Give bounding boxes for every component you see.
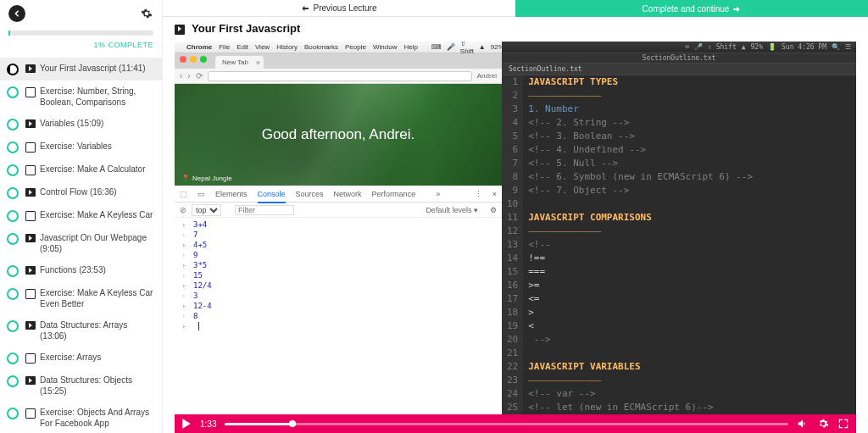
devtools-tab-elements[interactable]: Elements (215, 186, 248, 202)
console-line: 3 (175, 291, 502, 301)
complete-continue-button[interactable]: Complete and continue 🠚 (515, 0, 868, 17)
editor-tab[interactable]: SectionOutline.txt (509, 65, 582, 73)
arrow-left-icon: 🠘 (301, 3, 309, 13)
context-select[interactable]: top (192, 204, 221, 216)
lecture-item[interactable]: Exercise: Objects And Arrays For Faceboo… (0, 402, 162, 433)
close-window-icon (180, 56, 186, 63)
lecture-item[interactable]: Data Structures: Arrays (13:06) (0, 314, 162, 347)
console-settings-icon[interactable]: ⚙ (490, 206, 497, 214)
lecture-item[interactable]: Exercise: Make A Calculator (0, 158, 162, 181)
mic-icon: 🎤 (694, 43, 703, 51)
devtools-close-icon[interactable]: × (492, 190, 497, 198)
lecture-item[interactable]: Exercise: Variables (0, 136, 162, 158)
lecture-title: Control Flow (16:36) (40, 186, 155, 197)
close-tab-icon[interactable]: × (256, 58, 260, 67)
device-icon[interactable]: ▭ (198, 190, 205, 198)
devtools-tab-performance[interactable]: Performance (372, 186, 416, 202)
address-bar[interactable] (208, 71, 472, 81)
lecture-title: Exercise: Make A Calculator (40, 164, 155, 175)
console-line: 9 (175, 250, 502, 260)
lecture-item[interactable]: Exercise: Make A Keyless Car (0, 204, 162, 227)
status-circle (7, 187, 19, 199)
video-icon (25, 119, 36, 128)
main-content: 🠘 Previous Lecture Complete and continue… (163, 0, 868, 433)
text-editor: ⌨ 🎤 ⇧ Shift ▲ 92% 🔋 Sun 4:26 PM 🔍 ☰ Sect… (502, 42, 856, 421)
inspect-icon[interactable]: ⬚ (180, 190, 187, 198)
browser-tab[interactable]: New Tab× (215, 56, 264, 69)
chrome-toolbar: ‹ › ⟳ Andrei (175, 69, 502, 84)
devtools-tab-console[interactable]: Console (258, 186, 286, 203)
nav-forward-icon[interactable]: › (187, 71, 190, 80)
settings-icon[interactable] (817, 418, 829, 430)
more-tabs-icon[interactable]: » (436, 190, 440, 198)
console-output[interactable]: 3+474+593*51512/4312-48 (175, 218, 502, 333)
mac-menu-item[interactable]: History (276, 43, 298, 51)
console-line: 12-4 (175, 301, 502, 311)
devtools-tabs: ⬚ ▭ ElementsConsoleSourcesNetworkPerform… (175, 186, 502, 203)
document-icon (25, 142, 36, 153)
tab-label: New Tab (222, 58, 248, 66)
browser-viewport: Good afternoon, Andrei. 📍Nepal Jungle (175, 84, 502, 186)
lecture-item[interactable]: Exercise: Number, String, Boolean, Compa… (0, 80, 162, 113)
keyboard-icon: ⌨ (685, 43, 689, 51)
mac-menubar-dark: ⌨ 🎤 ⇧ Shift ▲ 92% 🔋 Sun 4:26 PM 🔍 ☰ (502, 42, 856, 53)
search-icon: 🔍 (832, 43, 840, 51)
previous-lecture-button[interactable]: 🠘 Previous Lecture (163, 0, 515, 17)
reload-icon[interactable]: ⟳ (196, 71, 203, 80)
status-circle (7, 86, 19, 98)
mac-menu-item[interactable]: Bookmarks (304, 43, 338, 51)
clock: Sun 4:26 PM (782, 43, 826, 51)
seek-bar[interactable] (225, 423, 788, 425)
course-sidebar: 1% COMPLETE Your First Javascript (11:41… (0, 0, 163, 433)
lecture-item[interactable]: Data Structures: Objects (15:25) (0, 369, 162, 402)
console-filter-input[interactable] (235, 205, 294, 215)
console-line: 3*5 (175, 260, 502, 270)
fullscreen-icon[interactable] (837, 418, 849, 430)
status-circle (7, 288, 19, 300)
code-area[interactable]: JAVASCRIPT TYPES—————————————1. Number<!… (523, 75, 758, 421)
devtools-menu-icon[interactable]: ⋮ (475, 190, 482, 198)
lecture-item[interactable]: Exercise: Arrays (0, 347, 162, 369)
code-line: JAVASCRIPT TYPES (528, 75, 753, 89)
lecture-item[interactable]: Exercise: Make A Keyless Car Even Better (0, 282, 162, 314)
lecture-list[interactable]: Your First Javascript (11:41)Exercise: N… (0, 58, 162, 433)
clear-console-icon[interactable]: ⊘ (180, 206, 186, 214)
devtools-tab-sources[interactable]: Sources (296, 186, 324, 202)
code-line (528, 197, 753, 211)
document-icon (25, 87, 36, 97)
mac-menu-item[interactable]: Edit (236, 43, 248, 51)
lecture-item[interactable]: Variables (15:09) (0, 113, 162, 136)
mac-menu-item[interactable]: View (255, 43, 270, 51)
mac-menu-item[interactable]: People (345, 43, 366, 51)
zoom-window-icon (200, 56, 207, 63)
gear-icon[interactable] (140, 7, 153, 20)
video-icon (25, 234, 36, 242)
profile-name: Andrei (477, 72, 497, 80)
video-icon (25, 64, 36, 73)
status-circle (7, 164, 19, 176)
log-levels-select[interactable]: Default levels ▾ (426, 206, 478, 214)
code-line: < (528, 319, 753, 333)
lecture-title: Exercise: Objects And Arrays For Faceboo… (40, 407, 155, 429)
mac-menu-item[interactable]: Window (373, 43, 397, 51)
lecture-item[interactable]: Functions (23:53) (0, 259, 162, 282)
code-line: <!-- 4. Undefined --> (528, 143, 753, 157)
chrome-window: Chrome FileEditViewHistoryBookmarksPeopl… (175, 42, 502, 421)
devtools-tab-network[interactable]: Network (334, 186, 362, 202)
nav-back-icon[interactable]: ‹ (180, 71, 182, 80)
mac-menu-item[interactable]: File (219, 43, 230, 51)
lecture-item[interactable]: Your First Javascript (11:41) (0, 58, 162, 80)
code-line: <!-- 3. Boolean --> (528, 130, 753, 143)
play-button[interactable] (181, 419, 192, 429)
lecture-item[interactable]: Javascript On Our Webpage (9:05) (0, 227, 162, 259)
volume-icon[interactable] (797, 418, 809, 430)
page-title: Your First Javascript (192, 22, 300, 35)
shift-icon: ⇧ Shift (708, 43, 737, 51)
console-line: 7 (175, 230, 502, 240)
back-button[interactable] (8, 5, 25, 22)
lecture-title: Functions (23:53) (40, 264, 155, 275)
console-line: 12/4 (175, 280, 502, 291)
code-line: <!-- 2. String --> (528, 116, 753, 130)
mac-menu-item[interactable]: Help (403, 43, 417, 51)
lecture-item[interactable]: Control Flow (16:36) (0, 181, 162, 204)
